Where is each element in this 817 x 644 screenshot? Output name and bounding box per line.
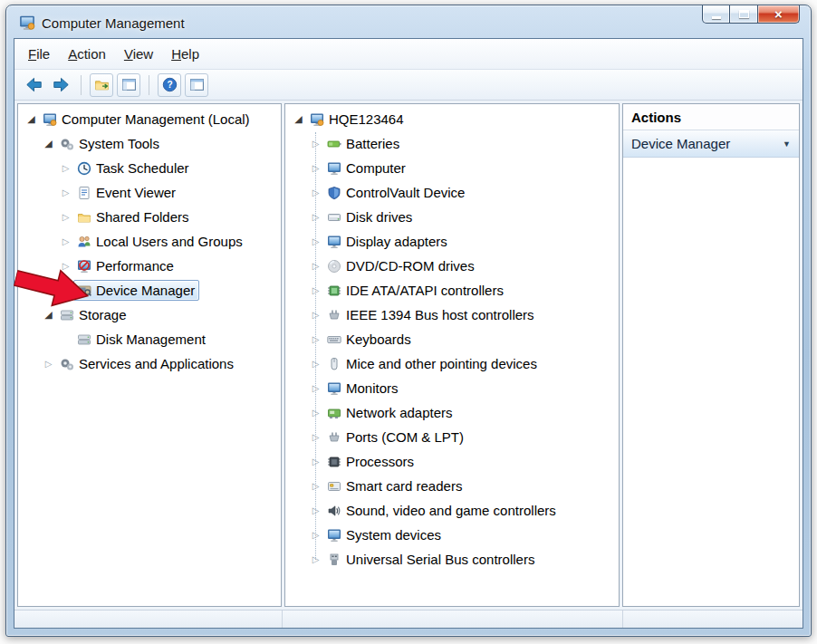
keyboard-icon bbox=[327, 332, 341, 347]
expand-arrow-icon[interactable]: ▷ bbox=[58, 164, 73, 173]
tree-item-label: Task Scheduler bbox=[96, 160, 189, 176]
expand-arrow-icon[interactable]: ▷ bbox=[58, 213, 73, 222]
expand-arrow-icon[interactable]: ▷ bbox=[308, 164, 323, 173]
tree-item-hqe123464[interactable]: ◢HQE123464 bbox=[285, 107, 619, 131]
maximize-button[interactable] bbox=[730, 5, 757, 24]
console-tree-toggle-button[interactable] bbox=[90, 73, 113, 97]
tree-item-local-users-and-groups[interactable]: ▷Local Users and Groups bbox=[18, 229, 281, 254]
tree-item-task-scheduler[interactable]: ▷Task Scheduler bbox=[18, 156, 281, 180]
expand-arrow-icon[interactable]: ▷ bbox=[308, 360, 323, 369]
tree-item-label: Universal Serial Bus controllers bbox=[346, 552, 534, 567]
menu-view[interactable]: View bbox=[116, 43, 161, 65]
tree-item-content: Processors bbox=[323, 451, 418, 472]
tree-item-controlvault-device[interactable]: ▷ControlVault Device bbox=[285, 180, 619, 205]
tree-item-content: System Tools bbox=[56, 133, 164, 154]
actions-group-device-manager[interactable]: Device Manager ▼ bbox=[623, 130, 799, 158]
minimize-button[interactable] bbox=[702, 5, 730, 24]
tree-item-label: HQE123464 bbox=[329, 111, 404, 127]
collapse-arrow-icon[interactable]: ◢ bbox=[24, 114, 39, 124]
expand-arrow-icon[interactable]: ▷ bbox=[308, 506, 323, 515]
expand-arrow-icon[interactable]: ▷ bbox=[58, 188, 73, 197]
computer-icon bbox=[327, 161, 341, 176]
collapse-arrow-icon[interactable]: ◢ bbox=[41, 139, 56, 149]
tree-item-batteries[interactable]: ▷Batteries bbox=[285, 131, 619, 156]
collapse-arrow-icon[interactable]: ◢ bbox=[291, 114, 306, 124]
tree-item-dvd-cd-rom-drives[interactable]: ▷DVD/CD-ROM drives bbox=[285, 254, 619, 278]
console-tree-icon bbox=[94, 77, 110, 92]
expand-arrow-icon[interactable]: ▷ bbox=[308, 384, 323, 393]
pane-view-toggle-button[interactable] bbox=[117, 73, 140, 97]
tree-item-shared-folders[interactable]: ▷Shared Folders bbox=[18, 205, 281, 229]
expand-arrow-icon[interactable]: ▷ bbox=[41, 360, 56, 369]
tree-item-computer-management-local[interactable]: ◢Computer Management (Local) bbox=[18, 107, 281, 131]
task-scheduler-icon bbox=[77, 161, 91, 176]
tree-item-content: Disk Management bbox=[73, 329, 210, 350]
processor-icon bbox=[327, 455, 341, 469]
tree-item-monitors[interactable]: ▷Monitors bbox=[285, 376, 619, 400]
tree-item-computer[interactable]: ▷Computer bbox=[285, 156, 619, 180]
action-pane-icon bbox=[189, 77, 205, 92]
tree-item-event-viewer[interactable]: ▷Event Viewer bbox=[18, 180, 281, 205]
expand-arrow-icon[interactable]: ▷ bbox=[308, 482, 323, 491]
tree-item-disk-management[interactable]: Disk Management bbox=[18, 327, 281, 351]
expand-arrow-icon[interactable]: ▷ bbox=[308, 457, 323, 466]
services-applications-icon bbox=[60, 357, 74, 371]
tree-item-display-adapters[interactable]: ▷Display adapters bbox=[285, 229, 619, 254]
dvd-drive-icon bbox=[327, 259, 341, 274]
back-button[interactable] bbox=[22, 73, 45, 97]
tree-item-processors[interactable]: ▷Processors bbox=[285, 449, 619, 474]
tree-item-system-devices[interactable]: ▷System devices bbox=[285, 523, 619, 547]
tree-item-label: IDE ATA/ATAPI controllers bbox=[346, 283, 504, 298]
tree-item-content: System devices bbox=[323, 524, 446, 545]
tree-item-label: Shared Folders bbox=[96, 209, 189, 225]
tree-item-sound-video-and-game-controllers[interactable]: ▷Sound, video and game controllers bbox=[285, 498, 619, 523]
expand-arrow-icon[interactable]: ▷ bbox=[308, 409, 323, 418]
expand-arrow-icon[interactable]: ▷ bbox=[308, 311, 323, 320]
forward-button[interactable] bbox=[49, 73, 72, 97]
tree-item-disk-drives[interactable]: ▷Disk drives bbox=[285, 205, 619, 229]
tree-item-network-adapters[interactable]: ▷Network adapters bbox=[285, 400, 619, 425]
close-button[interactable]: × bbox=[757, 5, 800, 24]
tree-item-content: Smart card readers bbox=[323, 476, 466, 496]
minimize-icon bbox=[712, 16, 721, 19]
expand-arrow-icon[interactable]: ▷ bbox=[308, 555, 323, 564]
tree-item-label: Smart card readers bbox=[346, 478, 462, 494]
tree-item-universal-serial-bus-controllers[interactable]: ▷Universal Serial Bus controllers bbox=[285, 547, 619, 572]
tree-item-mice-and-other-pointing-devices[interactable]: ▷Mice and other pointing devices bbox=[285, 351, 619, 376]
tree-item-label: System Tools bbox=[79, 136, 159, 151]
tree-item-label: Processors bbox=[346, 454, 414, 469]
expand-arrow-icon[interactable]: ▷ bbox=[308, 188, 323, 197]
tree-item-label: DVD/CD-ROM drives bbox=[346, 258, 475, 274]
tree-item-services-and-applications[interactable]: ▷Services and Applications bbox=[18, 351, 281, 376]
event-viewer-icon bbox=[77, 186, 91, 200]
tree-item-content: Event Viewer bbox=[73, 182, 180, 203]
action-pane-toggle-button[interactable] bbox=[185, 73, 208, 97]
tree-item-ide-ata-atapi-controllers[interactable]: ▷IDE ATA/ATAPI controllers bbox=[285, 278, 619, 303]
tree-item-keyboards[interactable]: ▷Keyboards bbox=[285, 327, 619, 351]
tree-item-ports-com-lpt[interactable]: ▷Ports (COM & LPT) bbox=[285, 425, 619, 449]
tree-item-ieee-1394-bus-host-controllers[interactable]: ▷IEEE 1394 Bus host controllers bbox=[285, 303, 619, 327]
expand-arrow-icon[interactable]: ▷ bbox=[308, 139, 323, 149]
titlebar[interactable]: Computer Management × bbox=[14, 5, 803, 38]
menu-action[interactable]: Action bbox=[60, 43, 114, 65]
tree-item-label: Event Viewer bbox=[96, 185, 176, 200]
menu-help[interactable]: Help bbox=[163, 43, 207, 65]
expand-arrow-icon[interactable]: ▷ bbox=[308, 237, 323, 246]
help-button[interactable] bbox=[158, 73, 181, 97]
expand-arrow-icon[interactable]: ▷ bbox=[308, 286, 323, 295]
expand-arrow-icon[interactable]: ▷ bbox=[308, 531, 323, 540]
expand-arrow-icon[interactable]: ▷ bbox=[308, 433, 323, 442]
window-controls: × bbox=[702, 5, 800, 24]
network-adapter-icon bbox=[327, 406, 341, 420]
expand-arrow-icon[interactable]: ▷ bbox=[58, 237, 73, 246]
expand-arrow-icon[interactable]: ▷ bbox=[308, 335, 323, 344]
menu-file[interactable]: File bbox=[20, 43, 58, 65]
tree-item-label: Local Users and Groups bbox=[96, 234, 243, 249]
expand-arrow-icon[interactable]: ▷ bbox=[308, 213, 323, 222]
tree-item-label: Ports (COM & LPT) bbox=[346, 429, 464, 445]
tree-item-smart-card-readers[interactable]: ▷Smart card readers bbox=[285, 474, 619, 498]
expand-arrow-icon[interactable]: ▷ bbox=[308, 262, 323, 271]
tree-item-label: System devices bbox=[346, 527, 441, 543]
collapse-arrow-icon[interactable]: ◢ bbox=[41, 310, 56, 320]
tree-item-system-tools[interactable]: ◢System Tools bbox=[18, 131, 281, 156]
